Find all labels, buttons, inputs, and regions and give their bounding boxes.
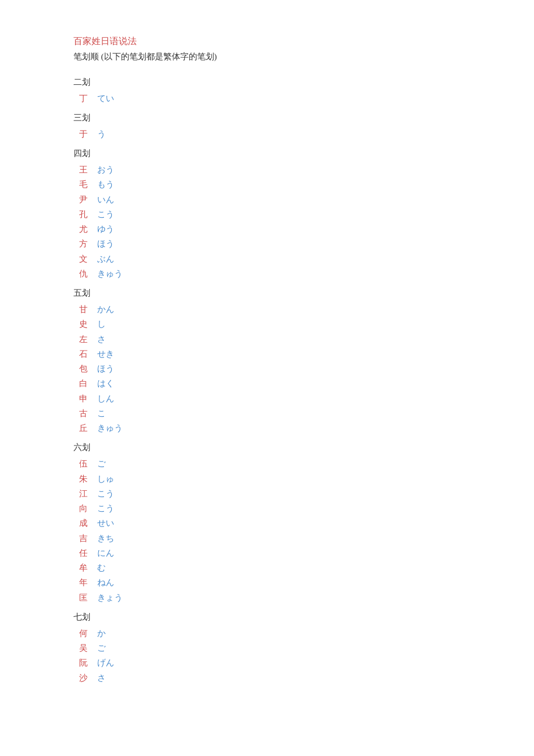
entry-row: 吉きち — [73, 531, 534, 546]
entry-char: 年 — [79, 575, 95, 590]
entry-reading: きち — [97, 531, 114, 546]
entry-reading: きょう — [97, 590, 123, 605]
entry-reading: か — [97, 626, 106, 641]
entry-row: 匡きょう — [73, 590, 534, 605]
entry-char: 文 — [79, 252, 95, 266]
entry-char: 向 — [79, 501, 95, 516]
entry-char: 吉 — [79, 531, 95, 546]
entry-reading: こう — [97, 501, 114, 516]
entry-char: 成 — [79, 516, 95, 530]
entry-reading: てい — [97, 91, 114, 106]
entry-row: 牟む — [73, 560, 534, 575]
entry-char: 方 — [79, 236, 95, 251]
section-header-4: 六划 — [73, 440, 534, 455]
entry-char: 古 — [79, 406, 95, 421]
entry-char: 吴 — [79, 641, 95, 655]
entry-char: 王 — [79, 162, 95, 177]
entry-row: 何か — [73, 626, 534, 641]
entry-row: 吴ご — [73, 641, 534, 655]
entry-reading: きゅう — [97, 266, 123, 281]
entry-row: 丁てい — [73, 91, 534, 106]
entry-row: 阮げん — [73, 655, 534, 670]
entry-reading: し — [97, 317, 106, 331]
entry-row: 任にん — [73, 546, 534, 560]
entry-reading: せき — [97, 347, 114, 361]
entry-reading: さ — [97, 332, 106, 347]
entry-reading: にん — [97, 546, 114, 560]
entry-char: 朱 — [79, 472, 95, 486]
entry-char: 甘 — [79, 302, 95, 317]
entry-row: 白はく — [73, 376, 534, 391]
entry-reading: いん — [97, 192, 114, 207]
entry-row: 成せい — [73, 516, 534, 530]
entry-row: 甘かん — [73, 302, 534, 317]
entry-row: 石せき — [73, 347, 534, 361]
entry-row: 向こう — [73, 501, 534, 516]
entry-reading: ぶん — [97, 252, 114, 266]
entry-reading: こう — [97, 486, 114, 501]
entry-reading: ねん — [97, 575, 114, 590]
entry-reading: きゅう — [97, 421, 123, 435]
entry-row: 孔こう — [73, 207, 534, 222]
entry-char: 丁 — [79, 91, 95, 106]
entry-reading: かん — [97, 302, 114, 317]
entry-char: 申 — [79, 391, 95, 406]
entry-char: 尤 — [79, 222, 95, 236]
entry-row: 方ほう — [73, 236, 534, 251]
entry-row: 朱しゅ — [73, 472, 534, 486]
section-header-1: 三划 — [73, 110, 534, 126]
entry-row: 尹いん — [73, 192, 534, 207]
entry-char: 白 — [79, 376, 95, 391]
entry-char: 包 — [79, 361, 95, 376]
entry-reading: こ — [97, 406, 106, 421]
page-subtitle: 笔划顺 (以下的笔划都是繁体字的笔划) — [73, 50, 534, 63]
entry-reading: こう — [97, 207, 114, 222]
entry-reading: う — [97, 127, 106, 141]
entry-char: 任 — [79, 546, 95, 560]
section-header-0: 二划 — [73, 75, 534, 90]
entry-reading: げん — [97, 655, 114, 670]
entry-row: 于う — [73, 127, 534, 141]
entry-row: 史し — [73, 317, 534, 331]
entry-reading: ほう — [97, 361, 114, 376]
entry-row: 沙さ — [73, 671, 534, 685]
entry-char: 左 — [79, 332, 95, 347]
entry-char: 江 — [79, 486, 95, 501]
entry-char: 伍 — [79, 456, 95, 471]
section-header-3: 五划 — [73, 286, 534, 301]
entry-char: 石 — [79, 347, 95, 361]
entry-char: 仇 — [79, 266, 95, 281]
entry-char: 丘 — [79, 421, 95, 435]
entry-reading: ほう — [97, 236, 114, 251]
entry-row: 江こう — [73, 486, 534, 501]
entry-char: 阮 — [79, 655, 95, 670]
entry-row: 左さ — [73, 332, 534, 347]
entry-reading: しん — [97, 391, 114, 406]
entry-char: 牟 — [79, 560, 95, 575]
entry-row: 尤ゆう — [73, 222, 534, 236]
entry-char: 于 — [79, 127, 95, 141]
entry-row: 仇きゅう — [73, 266, 534, 281]
section-header-5: 七划 — [73, 610, 534, 625]
entry-reading: ゆう — [97, 222, 114, 236]
entry-reading: さ — [97, 671, 106, 685]
entry-reading: ご — [97, 641, 106, 655]
section-header-2: 四划 — [73, 146, 534, 161]
entry-char: 尹 — [79, 192, 95, 207]
entry-reading: おう — [97, 162, 114, 177]
entry-row: 文ぶん — [73, 252, 534, 266]
entry-char: 史 — [79, 317, 95, 331]
entry-char: 沙 — [79, 671, 95, 685]
entry-char: 孔 — [79, 207, 95, 222]
entry-reading: もう — [97, 177, 114, 192]
entry-row: 古こ — [73, 406, 534, 421]
entry-row: 年ねん — [73, 575, 534, 590]
entry-row: 申しん — [73, 391, 534, 406]
entry-reading: しゅ — [97, 472, 114, 486]
entry-row: 王おう — [73, 162, 534, 177]
content-area: 二划丁てい三划于う四划王おう毛もう尹いん孔こう尤ゆう方ほう文ぶん仇きゅう五划甘か… — [73, 75, 534, 685]
entry-row: 毛もう — [73, 177, 534, 192]
entry-char: 毛 — [79, 177, 95, 192]
entry-row: 包ほう — [73, 361, 534, 376]
entry-char: 匡 — [79, 590, 95, 605]
